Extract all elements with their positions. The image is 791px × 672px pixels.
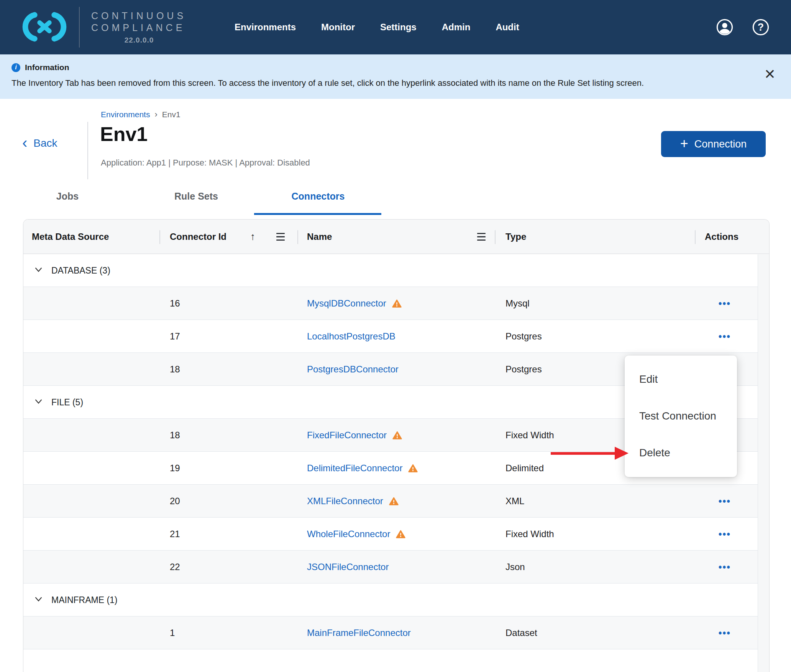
warning-icon <box>392 431 402 440</box>
connector-type: XML <box>505 485 524 518</box>
chevron-left-icon: ‹ <box>22 135 27 150</box>
column-divider <box>159 230 160 244</box>
row-actions-menu-icon[interactable]: ••• <box>709 551 741 583</box>
nav-audit[interactable]: Audit <box>496 22 519 33</box>
top-navbar: CONTINUOUS COMPLIANCE 22.0.0.0 Environme… <box>0 0 791 54</box>
tab-jobs[interactable]: Jobs <box>56 191 79 202</box>
title-divider <box>87 122 88 179</box>
chevron-down-icon[interactable] <box>35 597 42 602</box>
connector-name-link[interactable]: LocalhostPostgresDB <box>307 320 396 353</box>
back-button[interactable]: ‹ Back <box>22 136 57 150</box>
table-row <box>23 649 769 672</box>
connector-id: 19 <box>170 452 180 485</box>
breadcrumb-environments-link[interactable]: Environments <box>101 110 150 119</box>
group-header-database: DATABASE (3) <box>23 254 769 287</box>
connector-id: 16 <box>170 287 180 320</box>
add-connection-button[interactable]: + Connection <box>661 131 766 157</box>
table-row: 21 WholeFileConnector Fixed Width ••• <box>23 518 769 551</box>
connector-type: Json <box>505 551 525 583</box>
column-divider <box>297 230 298 244</box>
connector-id: 17 <box>170 320 180 353</box>
chevron-down-icon[interactable] <box>35 267 42 272</box>
column-connector-id[interactable]: Connector Id <box>170 220 226 254</box>
connector-name-link[interactable]: FixedFileConnector <box>307 419 387 452</box>
help-icon[interactable]: ? <box>752 18 770 36</box>
warning-icon <box>408 464 418 473</box>
connector-type: Fixed Width <box>505 518 554 551</box>
chevron-right-icon: › <box>154 110 157 120</box>
column-divider <box>495 230 496 244</box>
breadcrumb-current: Env1 <box>162 110 181 119</box>
nav-environments[interactable]: Environments <box>235 22 296 33</box>
table-row: 20 XMLFileConnector XML ••• <box>23 485 769 518</box>
connector-name-link[interactable]: JSONFileConnector <box>307 551 389 583</box>
row-actions-menu-icon[interactable]: ••• <box>709 616 741 649</box>
brand-line1: CONTINUOUS <box>91 10 187 22</box>
row-actions-menu-icon[interactable]: ••• <box>709 287 741 320</box>
column-name: Name <box>307 220 332 254</box>
warning-icon <box>396 529 406 539</box>
chevron-down-icon[interactable] <box>35 399 42 404</box>
table-header: Meta Data Source Connector Id ↑ Name Typ… <box>23 220 769 254</box>
menu-item-edit[interactable]: Edit <box>625 361 737 398</box>
connector-type: Delimited <box>505 452 544 485</box>
banner-message: The Inventory Tab has been removed from … <box>11 78 644 88</box>
nav-settings[interactable]: Settings <box>380 22 417 33</box>
column-actions: Actions <box>705 220 738 254</box>
annotation-arrow-head <box>615 447 629 460</box>
connector-name-link[interactable]: MainFrameFileConnector <box>307 616 411 649</box>
connector-id: 22 <box>170 551 180 583</box>
connector-id: 20 <box>170 485 180 518</box>
menu-item-test-connection[interactable]: Test Connection <box>625 398 737 434</box>
connection-button-label: Connection <box>694 138 747 150</box>
connector-id: 18 <box>170 419 180 452</box>
active-tab-underline <box>254 213 381 215</box>
nav-admin[interactable]: Admin <box>442 22 471 33</box>
plus-icon: + <box>680 137 688 151</box>
sort-ascending-icon[interactable]: ↑ <box>250 220 255 254</box>
row-actions-menu-icon[interactable]: ••• <box>709 320 741 353</box>
connector-id: 18 <box>170 353 180 386</box>
column-menu-icon[interactable] <box>476 232 486 241</box>
connector-type: Postgres <box>505 353 542 386</box>
connector-id: 21 <box>170 518 180 551</box>
close-icon[interactable]: ✕ <box>764 67 776 81</box>
brand-divider <box>79 7 80 48</box>
warning-icon <box>392 299 402 308</box>
row-actions-menu-icon[interactable]: ••• <box>709 518 741 551</box>
row-actions-menu-icon[interactable]: ••• <box>709 485 741 518</box>
brand-text: CONTINUOUS COMPLIANCE 22.0.0.0 <box>91 10 187 44</box>
info-icon: i <box>11 63 20 72</box>
table-scrollbar[interactable] <box>758 254 769 672</box>
table-row: 22 JSONFileConnector Json ••• <box>23 551 769 583</box>
connector-name-link[interactable]: MysqlDBConnector <box>307 287 386 320</box>
menu-item-delete[interactable]: Delete <box>625 434 737 471</box>
connector-name-link[interactable]: WholeFileConnector <box>307 518 390 551</box>
main-nav: Environments Monitor Settings Admin Audi… <box>235 0 519 54</box>
svg-text:?: ? <box>758 21 764 33</box>
connector-name-link[interactable]: DelimitedFileConnector <box>307 452 402 485</box>
table-row: 17 LocalhostPostgresDB Postgres ••• <box>23 320 769 353</box>
tab-rule-sets[interactable]: Rule Sets <box>174 191 218 202</box>
connector-type: Fixed Width <box>505 419 554 452</box>
app-version: 22.0.0.0 <box>91 36 187 44</box>
tab-connectors[interactable]: Connectors <box>292 191 345 202</box>
connector-type: Dataset <box>505 616 537 649</box>
connector-type: Mysql <box>505 287 530 320</box>
row-actions-context-menu: Edit Test Connection Delete <box>625 356 737 477</box>
page: CONTINUOUS COMPLIANCE 22.0.0.0 Environme… <box>0 0 791 672</box>
info-banner: i Information The Inventory Tab has been… <box>0 54 791 99</box>
delphix-logo-icon <box>20 11 69 43</box>
user-avatar-icon[interactable] <box>716 18 734 36</box>
nav-monitor[interactable]: Monitor <box>321 22 355 33</box>
column-divider <box>695 230 696 244</box>
connector-name-link[interactable]: XMLFileConnector <box>307 485 383 518</box>
column-menu-icon[interactable] <box>276 232 286 241</box>
column-meta-data-source: Meta Data Source <box>32 220 109 254</box>
column-type: Type <box>505 220 526 254</box>
connector-name-link[interactable]: PostgresDBConnector <box>307 353 399 386</box>
annotation-arrow <box>551 452 617 455</box>
page-title: Env1 <box>100 123 148 146</box>
warning-icon <box>389 497 399 506</box>
back-label: Back <box>33 137 57 149</box>
